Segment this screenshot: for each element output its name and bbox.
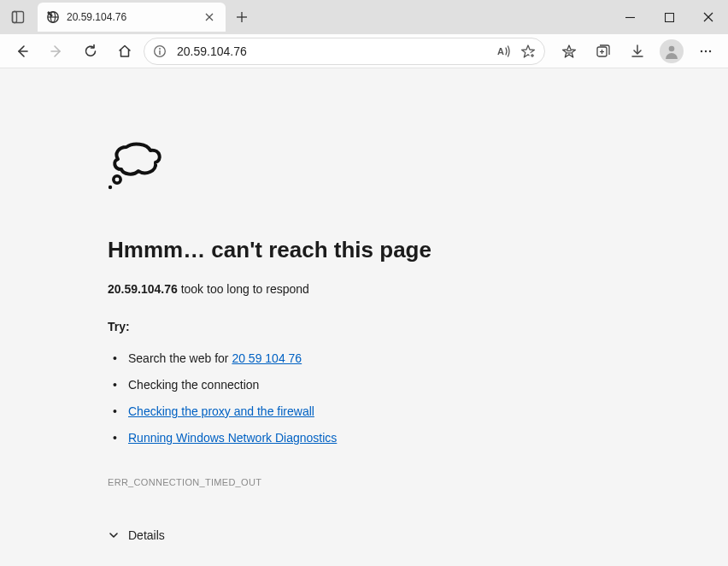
error-code: ERR_CONNECTION_TIMED_OUT (108, 477, 600, 487)
suggestions-list: Search the web for 20 59 104 76 Checking… (108, 345, 600, 451)
new-tab-button[interactable] (229, 4, 255, 30)
omnibox-actions: A (496, 44, 536, 59)
settings-more-button[interactable] (690, 38, 721, 65)
details-label: Details (128, 528, 165, 542)
svg-point-35 (109, 186, 112, 189)
minimize-button[interactable] (610, 3, 649, 31)
network-diagnostics-link[interactable]: Running Windows Network Diagnostics (128, 431, 337, 445)
chevron-down-icon (108, 529, 120, 541)
close-window-button[interactable] (689, 3, 728, 31)
navigation-toolbar: A (0, 34, 728, 68)
toolbar-right (554, 38, 721, 65)
suggestion-diagnostics: Running Windows Network Diagnostics (111, 425, 600, 451)
browser-window: 20.59.104.76 (0, 0, 728, 566)
try-label: Try: (108, 320, 600, 333)
suggestion-proxy: Checking the proxy and the firewall (111, 398, 600, 425)
forward-button[interactable] (41, 38, 72, 65)
tabstrip: 20.59.104.76 (0, 0, 255, 34)
error-headline: Hmmm… can't reach this page (108, 237, 600, 263)
thought-bubble-icon (108, 137, 167, 192)
page-content: Hmmm… can't reach this page 20.59.104.76… (0, 68, 728, 566)
svg-rect-11 (665, 13, 673, 21)
back-button[interactable] (7, 38, 38, 65)
svg-text:A: A (497, 46, 504, 56)
details-toggle[interactable]: Details (108, 528, 600, 542)
svg-point-32 (705, 50, 707, 51)
tab-title: 20.59.104.76 (67, 11, 195, 23)
profile-button[interactable] (656, 38, 687, 65)
error-host: 20.59.104.76 (108, 282, 178, 296)
refresh-button[interactable] (75, 38, 106, 65)
svg-point-33 (709, 50, 711, 51)
browser-tab[interactable]: 20.59.104.76 (38, 3, 226, 32)
read-aloud-icon[interactable]: A (496, 44, 512, 59)
error-page: Hmmm… can't reach this page 20.59.104.76… (108, 137, 620, 542)
suggestion-search: Search the web for 20 59 104 76 (111, 345, 600, 372)
downloads-button[interactable] (622, 38, 653, 65)
collections-button[interactable] (588, 38, 619, 65)
search-web-link[interactable]: 20 59 104 76 (232, 351, 302, 365)
avatar-icon (660, 39, 684, 63)
maximize-button[interactable] (649, 3, 689, 31)
favorites-button[interactable] (554, 38, 584, 65)
svg-rect-0 (13, 12, 24, 23)
url-input[interactable] (175, 44, 488, 59)
svg-point-34 (114, 176, 120, 183)
window-controls (610, 0, 728, 34)
svg-point-31 (701, 50, 702, 51)
svg-rect-1 (13, 12, 17, 23)
tab-favicon (46, 10, 60, 24)
error-subline: 20.59.104.76 took too long to respond (108, 282, 600, 296)
home-button[interactable] (109, 38, 140, 65)
tab-close-icon[interactable] (202, 9, 217, 25)
proxy-firewall-link[interactable]: Checking the proxy and the firewall (128, 404, 314, 418)
suggestion-connection: Checking the connection (111, 372, 600, 398)
address-bar[interactable]: A (144, 38, 545, 65)
favorite-icon[interactable] (520, 44, 536, 59)
site-info-icon[interactable] (153, 44, 167, 58)
titlebar: 20.59.104.76 (0, 0, 728, 34)
tab-actions-icon[interactable] (3, 3, 32, 32)
svg-point-17 (159, 48, 161, 50)
error-subtext: took too long to respond (178, 282, 309, 296)
svg-point-30 (669, 45, 675, 51)
suggestion-search-prefix: Search the web for (128, 351, 232, 365)
